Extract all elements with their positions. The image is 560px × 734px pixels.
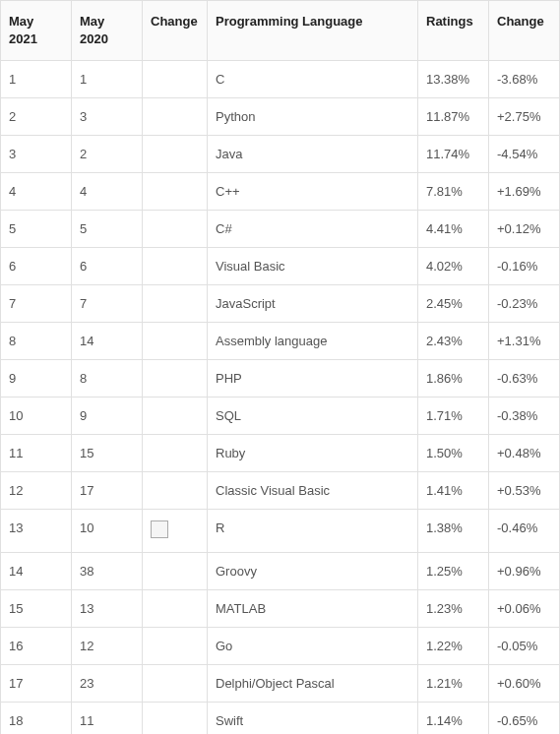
cell-may-2021: 15: [1, 590, 72, 628]
cell-language: Assembly language: [208, 323, 418, 360]
cell-language: C++: [208, 173, 418, 211]
header-may-2020: May 2020: [72, 1, 143, 61]
cell-change-rank: [143, 472, 208, 510]
table-row: 66Visual Basic4.02%-0.16%: [1, 248, 560, 285]
cell-may-2020: 1: [72, 61, 143, 98]
cell-change-rank: [143, 703, 208, 734]
table-row: 44C++7.81%+1.69%: [1, 173, 560, 211]
cell-may-2021: 6: [1, 248, 72, 285]
cell-may-2021: 12: [1, 472, 72, 510]
table-row: 1811Swift1.14%-0.65%: [1, 703, 560, 734]
cell-may-2020: 7: [72, 285, 143, 323]
cell-ratings: 1.38%: [418, 510, 489, 553]
cell-may-2021: 3: [1, 136, 72, 173]
index-table: May 2021 May 2020 Change Programming Lan…: [0, 0, 560, 734]
cell-may-2020: 23: [72, 665, 143, 703]
cell-ratings: 1.21%: [418, 665, 489, 703]
cell-ratings: 1.25%: [418, 553, 489, 590]
cell-language: PHP: [208, 360, 418, 398]
cell-language: MATLAB: [208, 590, 418, 628]
cell-may-2021: 4: [1, 173, 72, 211]
cell-ratings: 1.86%: [418, 360, 489, 398]
table-row: 1438Groovy1.25%+0.96%: [1, 553, 560, 590]
cell-may-2020: 38: [72, 553, 143, 590]
cell-change-percent: -0.16%: [489, 248, 560, 285]
cell-language: Java: [208, 136, 418, 173]
cell-language: Ruby: [208, 435, 418, 472]
cell-may-2020: 11: [72, 703, 143, 734]
cell-may-2020: 12: [72, 628, 143, 665]
cell-language: Groovy: [208, 553, 418, 590]
cell-ratings: 1.22%: [418, 628, 489, 665]
cell-language: Classic Visual Basic: [208, 472, 418, 510]
placeholder-icon: [151, 520, 168, 538]
table-row: 98PHP1.86%-0.63%: [1, 360, 560, 398]
cell-may-2020: 8: [72, 360, 143, 398]
cell-language: Delphi/Object Pascal: [208, 665, 418, 703]
cell-ratings: 2.43%: [418, 323, 489, 360]
cell-change-rank: [143, 248, 208, 285]
cell-language: Visual Basic: [208, 248, 418, 285]
cell-change-percent: +0.12%: [489, 211, 560, 248]
table-header-row: May 2021 May 2020 Change Programming Lan…: [1, 1, 560, 61]
table-row: 32Java11.74%-4.54%: [1, 136, 560, 173]
cell-may-2020: 14: [72, 323, 143, 360]
cell-change-percent: +0.53%: [489, 472, 560, 510]
cell-change-rank: [143, 285, 208, 323]
cell-language: R: [208, 510, 418, 553]
cell-change-rank: [143, 61, 208, 98]
table-row: 1513MATLAB1.23%+0.06%: [1, 590, 560, 628]
cell-change-rank: [143, 136, 208, 173]
cell-change-percent: +0.60%: [489, 665, 560, 703]
table-row: 1612Go1.22%-0.05%: [1, 628, 560, 665]
cell-change-rank: [143, 323, 208, 360]
table-row: 1310R1.38%-0.46%: [1, 510, 560, 553]
cell-change-rank: [143, 590, 208, 628]
cell-change-percent: +0.48%: [489, 435, 560, 472]
cell-may-2020: 13: [72, 590, 143, 628]
cell-may-2021: 14: [1, 553, 72, 590]
header-change-percent: Change: [489, 1, 560, 61]
cell-may-2021: 8: [1, 323, 72, 360]
cell-ratings: 11.87%: [418, 98, 489, 136]
cell-change-percent: -4.54%: [489, 136, 560, 173]
cell-may-2020: 5: [72, 211, 143, 248]
cell-ratings: 1.14%: [418, 703, 489, 734]
cell-change-rank: [143, 435, 208, 472]
cell-ratings: 1.50%: [418, 435, 489, 472]
cell-may-2020: 2: [72, 136, 143, 173]
cell-change-rank: [143, 360, 208, 398]
cell-change-percent: +2.75%: [489, 98, 560, 136]
cell-change-rank: [143, 553, 208, 590]
cell-ratings: 1.71%: [418, 398, 489, 435]
cell-change-percent: -0.63%: [489, 360, 560, 398]
cell-change-rank: [143, 628, 208, 665]
cell-ratings: 4.41%: [418, 211, 489, 248]
cell-may-2020: 3: [72, 98, 143, 136]
table-row: 55C#4.41%+0.12%: [1, 211, 560, 248]
cell-may-2021: 9: [1, 360, 72, 398]
cell-change-percent: -3.68%: [489, 61, 560, 98]
cell-change-percent: -0.38%: [489, 398, 560, 435]
cell-change-rank: [143, 665, 208, 703]
cell-may-2020: 17: [72, 472, 143, 510]
cell-change-rank: [143, 211, 208, 248]
table-row: 1723Delphi/Object Pascal1.21%+0.60%: [1, 665, 560, 703]
cell-may-2020: 4: [72, 173, 143, 211]
cell-change-percent: -0.65%: [489, 703, 560, 734]
header-programming-language: Programming Language: [208, 1, 418, 61]
cell-may-2021: 11: [1, 435, 72, 472]
cell-change-rank: [143, 510, 208, 553]
cell-change-percent: +1.69%: [489, 173, 560, 211]
table-row: 1115Ruby1.50%+0.48%: [1, 435, 560, 472]
table-row: 1217Classic Visual Basic1.41%+0.53%: [1, 472, 560, 510]
cell-change-rank: [143, 98, 208, 136]
cell-may-2021: 16: [1, 628, 72, 665]
cell-language: C#: [208, 211, 418, 248]
cell-ratings: 2.45%: [418, 285, 489, 323]
cell-may-2021: 17: [1, 665, 72, 703]
table-row: 109SQL1.71%-0.38%: [1, 398, 560, 435]
table-row: 11C13.38%-3.68%: [1, 61, 560, 98]
cell-language: C: [208, 61, 418, 98]
cell-ratings: 11.74%: [418, 136, 489, 173]
